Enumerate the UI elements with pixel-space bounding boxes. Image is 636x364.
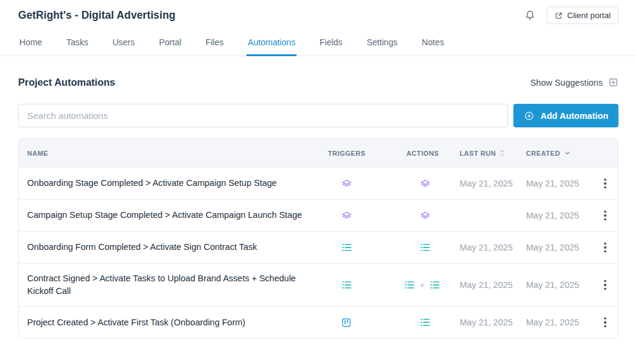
- add-automation-button[interactable]: Add Automation: [513, 104, 618, 127]
- action-icons: +: [402, 279, 455, 290]
- last-run-date: May 21, 2025: [455, 318, 521, 327]
- section-title: Project Automations: [18, 77, 115, 88]
- table-header-row: NAME TRIGGERS ACTIONS LAST RUN CREATED: [19, 139, 618, 167]
- stage-layers-icon: [420, 178, 431, 189]
- notifications-bell-icon[interactable]: [524, 9, 536, 22]
- tab-settings[interactable]: Settings: [365, 32, 399, 56]
- tab-bar: HomeTasksUsersPortalFilesAutomationsFiel…: [0, 32, 636, 56]
- tab-users[interactable]: Users: [111, 32, 136, 56]
- automation-row[interactable]: Project Created > Activate First Task (O…: [19, 306, 618, 338]
- table-body: Onboarding Stage Completed > Activate Ca…: [19, 167, 618, 338]
- project-board-icon: [341, 318, 352, 328]
- created-date: May 21, 2025: [521, 280, 593, 290]
- column-header-created[interactable]: CREATED: [521, 149, 593, 157]
- column-header-name: NAME: [19, 150, 323, 157]
- client-portal-label: Client portal: [567, 11, 611, 20]
- sort-updown-icon: [499, 149, 506, 157]
- automation-row[interactable]: Campaign Setup Stage Completed > Activat…: [19, 199, 618, 231]
- tab-home[interactable]: Home: [18, 32, 43, 56]
- automation-name: Campaign Setup Stage Completed > Activat…: [19, 200, 323, 230]
- created-date: May 21, 2025: [521, 243, 593, 252]
- tab-files[interactable]: Files: [204, 32, 225, 56]
- boxed-plus-icon: [608, 77, 618, 88]
- column-header-actions: ACTIONS: [402, 150, 455, 157]
- task-list-icon: [341, 279, 352, 290]
- last-run-date: May 21, 2025: [455, 280, 521, 290]
- tab-tasks[interactable]: Tasks: [65, 32, 89, 56]
- automation-name: Contract Signed > Activate Tasks to Uplo…: [19, 264, 323, 306]
- action-icons: [402, 210, 455, 221]
- trigger-icons: [323, 178, 402, 189]
- trigger-icons: [323, 279, 402, 290]
- created-date: May 21, 2025: [521, 318, 593, 327]
- trigger-icons: [323, 318, 402, 328]
- last-run-date: May 21, 2025: [455, 243, 521, 252]
- automation-row[interactable]: Onboarding Form Completed > Activate Sig…: [19, 231, 618, 263]
- row-menu-kebab-icon[interactable]: [599, 207, 611, 225]
- trigger-icons: [323, 242, 402, 253]
- automations-table: NAME TRIGGERS ACTIONS LAST RUN CREATED: [18, 138, 618, 339]
- show-suggestions-button[interactable]: Show Suggestions: [530, 77, 618, 88]
- automation-name: Onboarding Stage Completed > Activate Ca…: [19, 168, 323, 198]
- row-menu-kebab-icon[interactable]: [599, 314, 611, 331]
- external-link-icon: [554, 11, 563, 20]
- top-right-actions: Client portal: [524, 7, 618, 24]
- tab-fields[interactable]: Fields: [318, 32, 344, 56]
- task-list-icon: [404, 279, 415, 290]
- add-automation-label: Add Automation: [541, 111, 608, 121]
- tab-notes[interactable]: Notes: [420, 32, 445, 56]
- row-menu-kebab-icon[interactable]: [599, 276, 611, 294]
- stage-layers-icon: [341, 210, 352, 221]
- page-title: GetRight's - Digital Advertising: [18, 9, 175, 22]
- column-header-triggers: TRIGGERS: [323, 150, 402, 157]
- search-input[interactable]: [18, 104, 508, 127]
- task-list-icon: [341, 242, 352, 253]
- task-list-icon: [420, 317, 431, 328]
- automation-name: Onboarding Form Completed > Activate Sig…: [19, 232, 323, 262]
- created-date: May 21, 2025: [521, 179, 593, 188]
- tab-portal[interactable]: Portal: [158, 32, 182, 56]
- plus-joiner: +: [420, 281, 425, 290]
- task-list-icon: [420, 242, 431, 253]
- stage-layers-icon: [420, 210, 431, 221]
- tab-automations[interactable]: Automations: [246, 32, 297, 56]
- row-menu-kebab-icon[interactable]: [599, 239, 611, 257]
- row-menu-kebab-icon[interactable]: [599, 175, 611, 193]
- main-content: Project Automations Show Suggestions: [0, 77, 636, 339]
- created-date: May 21, 2025: [521, 211, 593, 220]
- last-run-date: May 21, 2025: [455, 179, 521, 188]
- automation-name: Project Created > Activate First Task (O…: [19, 308, 323, 337]
- column-header-last-run[interactable]: LAST RUN: [455, 149, 521, 157]
- show-suggestions-label: Show Suggestions: [530, 78, 603, 88]
- action-icons: [402, 242, 455, 253]
- top-bar: GetRight's - Digital Advertising Client …: [0, 0, 636, 24]
- task-list-icon: [429, 279, 440, 290]
- trigger-icons: [323, 210, 402, 221]
- stage-layers-icon: [341, 178, 352, 189]
- client-portal-button[interactable]: Client portal: [547, 7, 618, 24]
- automation-row[interactable]: Contract Signed > Activate Tasks to Uplo…: [19, 263, 618, 306]
- circled-plus-icon: [524, 110, 535, 121]
- automation-row[interactable]: Onboarding Stage Completed > Activate Ca…: [19, 167, 618, 199]
- action-icons: [402, 178, 455, 189]
- action-icons: [402, 317, 455, 328]
- chevron-down-icon: [564, 149, 571, 157]
